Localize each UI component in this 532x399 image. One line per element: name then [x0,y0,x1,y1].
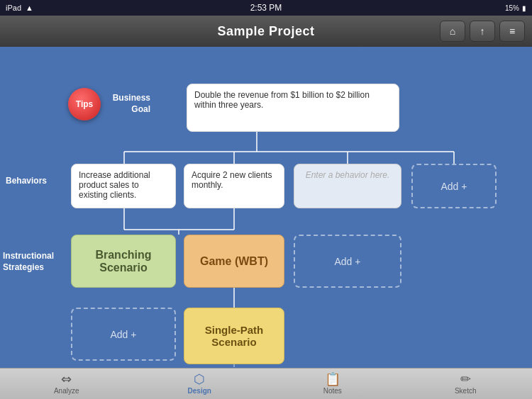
business-goal-card[interactable]: Double the revenue from $1 billion to $2… [187,84,399,132]
tab-sketch[interactable]: ✏ Sketch [399,369,533,399]
tab-analyze[interactable]: ⇔ Analyze [0,369,133,399]
behavior-1-text: Increase additional product sales to exi… [79,170,168,200]
stack-icon: ≡ [509,26,515,37]
game-wbt-card[interactable]: Game (WBT) [184,235,284,288]
tab-bar: ⇔ Analyze ⬡ Design 📋 Notes ✏ Sketch [0,368,532,399]
home-button[interactable]: ⌂ [440,21,465,42]
single-path-text: Single-Path Scenario [190,324,278,348]
sketch-icon: ✏ [460,373,471,386]
behavior-2-text: Acquire 2 new clients monthly. [192,170,277,190]
level3-add-card[interactable]: Add + [71,308,176,361]
status-time: 2:53 PM [250,3,282,13]
behavior-card-2[interactable]: Acquire 2 new clients monthly. [184,164,284,208]
status-bar: iPad ▲ 2:53 PM 15% ▮ [0,0,532,16]
home-icon: ⌂ [450,26,455,37]
tab-design[interactable]: ⬡ Design [133,369,267,399]
main-content: Tips BusinessGoal Double the revenue fro… [0,47,532,368]
behavior-card-3[interactable]: Enter a behavior here. [294,164,401,208]
branching-scenario-card[interactable]: Branching Scenario [71,235,176,288]
strategy-add-text: Add + [335,256,361,267]
title-bar-buttons: ⌂ ↑ ≡ [440,21,525,42]
share-icon: ↑ [480,26,485,37]
behavior-add-card[interactable]: Add + [411,164,497,208]
sketch-label: Sketch [455,387,477,395]
business-goal-text: Double the revenue from $1 billion to $2… [194,90,392,110]
design-label: Design [188,387,211,395]
stack-button[interactable]: ≡ [499,21,525,42]
battery-icon: ▮ [522,4,526,12]
tab-notes[interactable]: 📋 Notes [266,369,399,399]
business-goal-label: BusinessGoal [108,93,150,115]
status-left: iPad ▲ [6,4,33,12]
tips-button[interactable]: Tips [68,88,101,120]
notes-label: Notes [323,387,342,395]
analyze-label: Analyze [54,387,79,395]
wifi-icon: ▲ [26,4,33,12]
behavior-3-placeholder: Enter a behavior here. [306,170,390,180]
battery-label: 15% [505,4,519,12]
share-button[interactable]: ↑ [470,21,495,42]
single-path-card[interactable]: Single-Path Scenario [184,308,284,364]
behaviors-label: Behaviors [6,176,55,187]
strategy-add-card[interactable]: Add + [294,235,401,288]
title-bar: Sample Project ⌂ ↑ ≡ [0,16,532,47]
tips-label: Tips [76,99,93,109]
ipad-label: iPad [6,4,21,12]
analyze-icon: ⇔ [61,373,72,386]
status-right: 15% ▮ [505,4,526,12]
behavior-add-text: Add + [441,181,467,192]
notes-icon: 📋 [325,373,340,386]
page-title: Sample Project [217,24,314,39]
game-wbt-text: Game (WBT) [200,255,268,268]
instructional-label: InstructionalStrategies [3,251,58,273]
level3-add-text: Add + [111,329,137,340]
branching-scenario-text: Branching Scenario [77,249,170,274]
behavior-card-1[interactable]: Increase additional product sales to exi… [71,164,176,208]
bottom-connector [184,364,284,368]
design-icon: ⬡ [194,373,205,386]
